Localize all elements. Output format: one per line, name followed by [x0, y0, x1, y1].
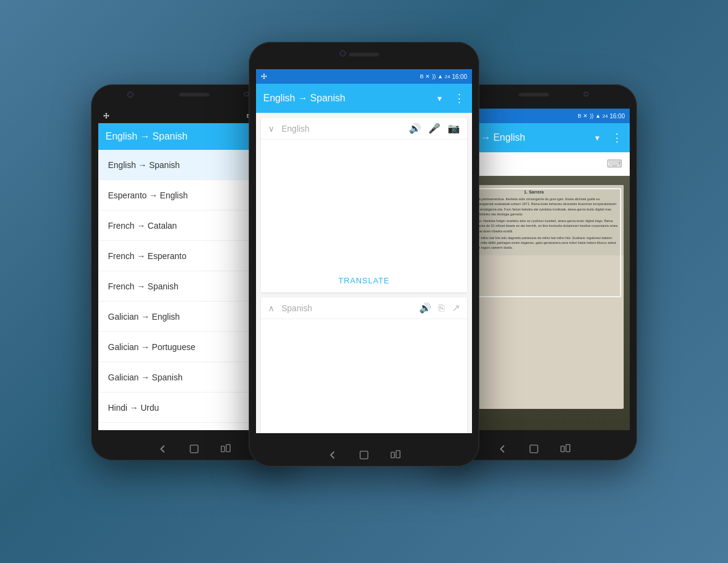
- home-icon[interactable]: [357, 448, 371, 462]
- share-icon[interactable]: ↗: [452, 302, 460, 314]
- camera-icon[interactable]: 📷: [448, 123, 460, 134]
- output-text-area: [261, 319, 467, 433]
- lang-item-label: Hindi → Urdu: [108, 403, 263, 413]
- output-section: ∧ Spanish 🔊 ⎘ ↗: [261, 297, 467, 433]
- cyanogen-logo: ☩: [261, 73, 267, 81]
- center-phone: ☩ B✕))▲2416:00 English → Spanish ▾ ⋮ ∨ E…: [249, 42, 479, 467]
- svg-rect-3: [360, 451, 368, 459]
- back-icon[interactable]: [156, 442, 169, 456]
- svg-rect-4: [391, 452, 395, 457]
- center-nav-bar: [326, 448, 402, 462]
- cyanogen-icon: ☩: [103, 112, 109, 120]
- lang-item-label: Galician → Portuguese: [108, 342, 263, 352]
- lang-item-label: Galician → English: [108, 312, 263, 322]
- center-app-bar-title: English → Spanish: [263, 93, 433, 104]
- translate-button-container: TRANSLATE: [261, 269, 467, 292]
- center-status-bar: ☩ B✕))▲2416:00: [256, 69, 472, 84]
- center-phone-screen: ☩ B✕))▲2416:00 English → Spanish ▾ ⋮ ∨ E…: [256, 69, 472, 433]
- right-more-icon[interactable]: ⋮: [612, 131, 622, 144]
- right-nav-bar: [496, 442, 572, 456]
- back-icon[interactable]: [496, 442, 509, 456]
- lang-item-label: French → Spanish: [108, 282, 263, 291]
- input-section: ∨ English 🔊 🎤 📷 TRANSLATE: [261, 118, 467, 292]
- home-icon[interactable]: [527, 442, 541, 456]
- svg-rect-0: [190, 445, 198, 453]
- output-language-label: Spanish: [281, 303, 412, 313]
- recents-icon[interactable]: [219, 442, 232, 456]
- center-dropdown-arrow[interactable]: ▾: [437, 93, 442, 103]
- back-icon[interactable]: [326, 448, 339, 462]
- left-nav-bar: [156, 442, 232, 456]
- translate-button[interactable]: TRANSLATE: [339, 276, 390, 285]
- center-more-icon[interactable]: ⋮: [454, 92, 465, 105]
- svg-rect-6: [530, 445, 538, 453]
- lang-item-label: French → Catalan: [108, 221, 263, 231]
- svg-rect-8: [566, 445, 570, 452]
- recents-icon[interactable]: [389, 448, 402, 462]
- lang-item-label: French → Esperanto: [108, 251, 263, 261]
- right-dropdown-arrow[interactable]: ▾: [595, 133, 599, 143]
- output-volume-icon[interactable]: 🔊: [419, 302, 431, 314]
- keyboard-icon[interactable]: ⌨: [607, 157, 622, 170]
- input-language-label: English: [281, 124, 402, 133]
- svg-rect-1: [221, 446, 225, 451]
- svg-rect-7: [561, 446, 565, 451]
- status-icons: B✕))▲2416:00: [420, 73, 467, 80]
- center-app-bar: English → Spanish ▾ ⋮: [256, 84, 472, 113]
- volume-icon[interactable]: 🔊: [409, 123, 421, 134]
- collapse-icon[interactable]: ∧: [268, 303, 274, 313]
- right-status-icons: B✕))▲2416:00: [578, 113, 625, 120]
- lang-item-label: Galician → Spanish: [108, 373, 263, 382]
- output-section-header: ∧ Spanish 🔊 ⎘ ↗: [261, 297, 467, 319]
- input-text-area[interactable]: [261, 140, 467, 269]
- svg-rect-2: [226, 445, 230, 452]
- lang-item-label: English → Spanish: [108, 160, 263, 170]
- copy-icon[interactable]: ⎘: [439, 303, 445, 314]
- input-section-header: ∨ English 🔊 🎤 📷: [261, 118, 467, 140]
- lang-item-label: Esperanto → English: [108, 190, 263, 200]
- svg-rect-5: [396, 451, 400, 458]
- translator-screen: ∨ English 🔊 🎤 📷 TRANSLATE ∧ Spanish: [256, 113, 472, 433]
- mic-icon[interactable]: 🎤: [428, 123, 440, 134]
- phones-container: ☩ B ✕ ))) ▲ ⬛ ☗ English → Spanish ▾ Engl…: [91, 24, 637, 539]
- recents-icon[interactable]: [559, 442, 572, 456]
- expand-icon[interactable]: ∨: [268, 124, 274, 133]
- home-icon[interactable]: [187, 442, 201, 456]
